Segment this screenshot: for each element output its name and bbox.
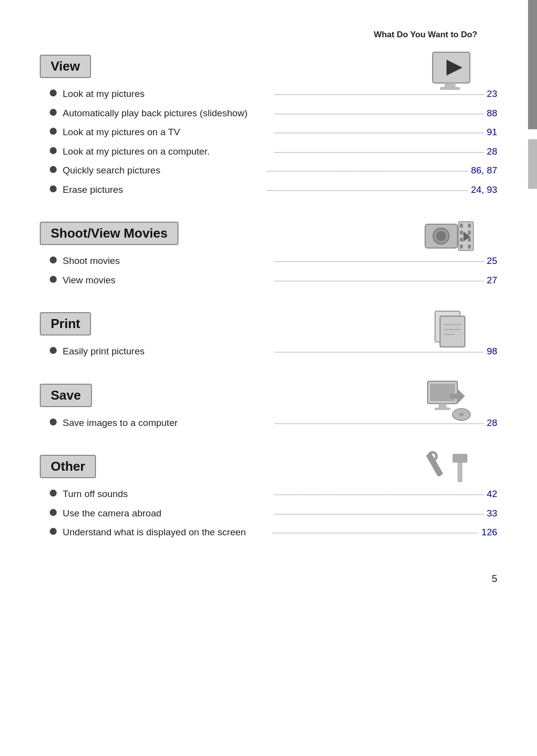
- page-header: What Do You Want to Do?: [40, 30, 497, 40]
- page-num: 88: [487, 106, 497, 121]
- bullet-icon: [50, 128, 57, 135]
- item-text: Erase pictures: [63, 183, 264, 197]
- section-other-label: Other: [40, 455, 96, 478]
- print-icon: [423, 307, 477, 354]
- bullet-icon: [50, 276, 57, 283]
- sidebar-strip-mid: [528, 139, 537, 189]
- item-text: Turn off sounds: [63, 487, 271, 502]
- bullet-icon: [50, 256, 57, 263]
- svg-rect-9: [460, 231, 463, 235]
- svg-rect-8: [460, 224, 463, 228]
- section-view-label: View: [40, 55, 91, 78]
- section-other: Other: [40, 455, 497, 540]
- view-item-list: Look at my pictures 23 Automatically pla…: [40, 87, 497, 197]
- svg-rect-12: [468, 224, 471, 228]
- page-num: 91: [487, 125, 497, 140]
- item-text: Look at my pictures on a TV: [63, 125, 271, 140]
- bullet-icon: [50, 109, 57, 116]
- save-icon: [423, 379, 477, 426]
- svg-rect-11: [460, 245, 463, 249]
- dots: [274, 133, 483, 133]
- dots: [274, 352, 483, 352]
- svg-rect-25: [435, 408, 450, 410]
- bullet-icon: [50, 528, 57, 535]
- bullet-icon: [50, 509, 57, 516]
- list-item: Use the camera abroad 33: [50, 506, 497, 521]
- page-num: 28: [487, 145, 497, 159]
- list-item: Quickly search pictures 86, 87: [50, 164, 497, 178]
- svg-rect-24: [439, 404, 447, 408]
- section-print-label: Print: [40, 312, 91, 336]
- svg-rect-15: [468, 245, 471, 249]
- list-item: Look at my pictures on a computer. 28: [50, 145, 497, 159]
- view-icon: [423, 50, 477, 97]
- item-text: Look at my pictures on a computer.: [63, 145, 271, 159]
- svg-rect-10: [460, 238, 463, 242]
- item-text: Automatically play back pictures (slides…: [63, 106, 271, 121]
- svg-rect-32: [452, 454, 467, 463]
- dots: [274, 514, 483, 514]
- dots: [274, 495, 483, 495]
- dots: [274, 152, 483, 153]
- svg-rect-2: [445, 83, 455, 87]
- page-num: 98: [487, 344, 497, 359]
- svg-point-6: [436, 231, 446, 241]
- item-text: Easily print pictures: [63, 344, 271, 359]
- other-icon: [423, 450, 477, 497]
- bullet-icon: [50, 490, 57, 497]
- page-num: 42: [487, 487, 497, 502]
- movies-item-list: Shoot movies 25 View movies 27: [40, 254, 497, 287]
- page-num: 33: [487, 506, 497, 521]
- section-movies-label: Shoot/View Movies: [40, 222, 179, 245]
- page-num: 27: [487, 273, 497, 288]
- list-item: Look at my pictures on a TV 91: [50, 125, 497, 140]
- section-shoot-view-movies: Shoot/View Movies: [40, 222, 497, 287]
- svg-rect-3: [440, 87, 460, 90]
- dots: [274, 94, 483, 95]
- item-text: Understand what is displayed on the scre…: [63, 525, 269, 540]
- section-view-header: View: [40, 55, 497, 78]
- section-movies-header: Shoot/View Movies: [40, 222, 497, 245]
- page-num: 24, 93: [471, 183, 497, 197]
- svg-rect-14: [468, 238, 471, 242]
- page-num: 23: [487, 87, 497, 101]
- section-print: Print Easily print pictures: [40, 312, 497, 359]
- item-text: View movies: [63, 273, 271, 288]
- page-num: 25: [487, 254, 497, 268]
- dots: [272, 533, 478, 533]
- page-num: 126: [481, 525, 497, 540]
- dots: [274, 281, 483, 281]
- dots: [274, 423, 483, 424]
- section-view: View Look at my pictures: [40, 55, 497, 197]
- list-item: View movies 27: [50, 273, 497, 288]
- sidebar-strip-top: [528, 0, 537, 129]
- page-number: 5: [492, 573, 497, 585]
- bullet-icon: [50, 147, 57, 154]
- section-save-label: Save: [40, 384, 92, 407]
- section-other-header: Other: [40, 455, 497, 478]
- bullet-icon: [50, 89, 57, 96]
- bullet-icon: [50, 166, 57, 173]
- svg-rect-13: [468, 231, 471, 235]
- svg-point-28: [459, 413, 464, 416]
- dots: [267, 171, 468, 171]
- item-text: Shoot movies: [63, 254, 271, 268]
- svg-rect-18: [440, 316, 465, 347]
- list-item: Erase pictures 24, 93: [50, 183, 497, 197]
- item-text: Use the camera abroad: [63, 506, 271, 521]
- bullet-icon: [50, 347, 57, 354]
- section-save: Save: [40, 384, 497, 430]
- page-num: 86, 87: [471, 164, 497, 178]
- other-item-list: Turn off sounds 42 Use the camera abroad…: [40, 487, 497, 540]
- dots: [274, 114, 483, 114]
- bullet-icon: [50, 185, 57, 192]
- page-num: 28: [487, 416, 497, 430]
- item-text: Quickly search pictures: [63, 164, 264, 178]
- list-item: Understand what is displayed on the scre…: [50, 525, 497, 540]
- list-item: Automatically play back pictures (slides…: [50, 106, 497, 121]
- movie-icon: [423, 217, 477, 259]
- dots: [274, 261, 483, 262]
- dots: [267, 190, 468, 191]
- header-title: What Do You Want to Do?: [374, 30, 477, 39]
- section-save-header: Save: [40, 384, 497, 407]
